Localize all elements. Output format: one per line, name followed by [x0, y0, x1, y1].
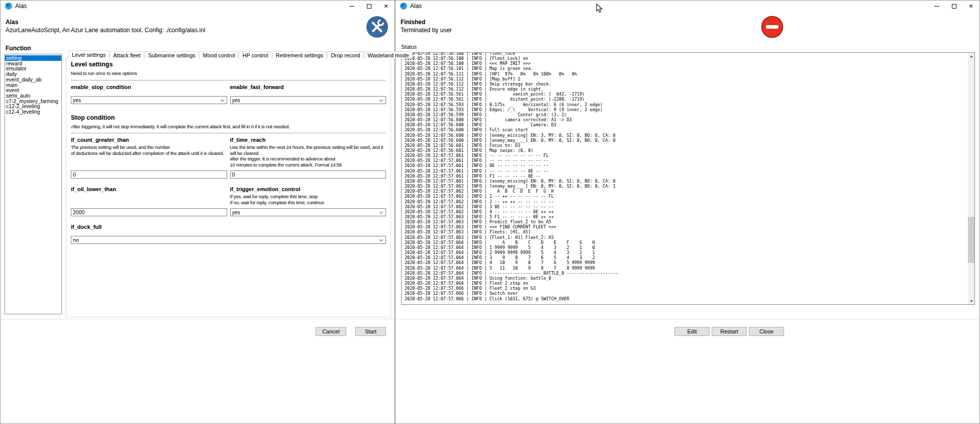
- footer-separator: [396, 319, 979, 319]
- maximize-button[interactable]: [360, 1, 377, 12]
- maximize-button[interactable]: [945, 1, 962, 12]
- log-scrollbar[interactable]: [968, 53, 974, 304]
- field-label: if_time_reach: [230, 137, 386, 143]
- field-if_dock_full: if_dock_fullno: [71, 224, 386, 244]
- scroll-down-icon: [970, 300, 973, 302]
- status-log[interactable]: 2020-05-28 12:07:56.100 | INFO | fleet_l…: [401, 52, 975, 305]
- field-description: If yes, wait for reply, complete this ti…: [230, 194, 386, 205]
- alas-log-window: Alas ✕ Finished Terminated by user Statu…: [395, 0, 980, 424]
- titlebar[interactable]: Alas ✕: [1, 1, 395, 12]
- section-subtitle: After triggering, it will not stop immed…: [71, 124, 386, 130]
- tab-mood-control[interactable]: Mood control: [200, 51, 239, 58]
- tab-retirement-settings[interactable]: Retirement settings: [272, 51, 327, 58]
- function-list[interactable]: settingrewardemulatordailyevent_daily_ab…: [5, 54, 62, 314]
- field-label: if_dock_full: [71, 224, 386, 230]
- window-title: Alas: [410, 3, 422, 10]
- run-status-subtitle: Terminated by user: [401, 27, 452, 34]
- field-if_oil_lower_than: if_oil_lower_than2000: [71, 186, 227, 216]
- sidebar-item-event_daily_ab[interactable]: event_daily_ab: [5, 77, 61, 82]
- start-button[interactable]: Start: [355, 327, 386, 336]
- scroll-up-icon: [970, 55, 973, 57]
- section-divider: [71, 133, 386, 133]
- titlebar[interactable]: Alas ✕: [396, 1, 979, 12]
- tools-icon: [366, 16, 388, 38]
- if_dock_full-dropdown[interactable]: no: [71, 236, 386, 244]
- field-label: if_trigger_emotion_control: [230, 186, 386, 192]
- minimize-icon: [349, 6, 354, 7]
- page-subtitle: AzurLaneAutoScript, An Azur Lane automat…: [6, 27, 206, 34]
- close-log-button[interactable]: Close: [749, 327, 784, 336]
- field-if_trigger_emotion_control: if_trigger_emotion_controlIf yes, wait f…: [230, 186, 386, 216]
- scrollbar-thumb[interactable]: [968, 217, 974, 263]
- field-if_count_greater_than: if_count_greater_thanThe previous settin…: [71, 137, 227, 179]
- field-label: enable_fast_forward: [230, 84, 386, 90]
- close-button[interactable]: ✕: [962, 1, 979, 12]
- minimize-button[interactable]: [343, 1, 360, 12]
- mouse-cursor: [596, 4, 603, 13]
- alas-config-window: Alas ✕ Alas AzurLaneAutoScript, An Azur …: [0, 0, 395, 424]
- restart-button[interactable]: Restart: [712, 327, 747, 336]
- chevron-down-icon: [379, 238, 383, 241]
- field-description: Use the time within the next 24 hours, t…: [230, 144, 386, 167]
- field-label: enable_stop_condition: [71, 84, 227, 90]
- section-title: Level settings: [71, 58, 386, 68]
- minimize-icon: [934, 6, 939, 7]
- cancel-button[interactable]: Cancel: [316, 327, 346, 336]
- scroll-down-button[interactable]: [968, 298, 974, 304]
- footer-separator: [1, 319, 394, 319]
- field-label: if_oil_lower_than: [71, 186, 227, 192]
- if_count_greater_than-input[interactable]: 0: [71, 171, 227, 179]
- caption-buttons: ✕: [928, 1, 979, 12]
- alas-app-icon: [400, 2, 408, 10]
- tab-attack-fleet[interactable]: Attack fleet: [110, 51, 144, 58]
- chevron-down-icon: [379, 98, 383, 101]
- log-text: 2020-05-28 12:07:56.100 | INFO | fleet_l…: [405, 52, 974, 301]
- field-enable_stop_condition: enable_stop_conditionyes: [71, 84, 227, 104]
- page-title: Alas: [6, 19, 18, 26]
- close-button[interactable]: ✕: [377, 1, 395, 12]
- if_oil_lower_than-input[interactable]: 2000: [71, 208, 227, 216]
- field-label: if_count_greater_than: [71, 137, 227, 143]
- tab-drop-record[interactable]: Drop record: [327, 51, 363, 58]
- function-label: Function: [6, 45, 31, 52]
- sidebar-item-c12-4_leveling[interactable]: c12-4_leveling: [5, 109, 61, 115]
- chevron-down-icon: [220, 98, 224, 101]
- tab-level-settings[interactable]: Level settings: [68, 50, 109, 59]
- field-enable_fast_forward: enable_fast_forwardyes: [230, 84, 386, 104]
- tab-wasteland-mode[interactable]: Wasteland mode: [364, 51, 412, 58]
- alas-app-icon: [5, 2, 13, 10]
- scroll-up-button[interactable]: [968, 53, 974, 59]
- section-subtitle: Need to run once to save options: [71, 70, 386, 76]
- caption-buttons: ✕: [343, 1, 395, 12]
- enable_stop_condition-dropdown[interactable]: yes: [71, 96, 227, 104]
- tab-hp-control[interactable]: HP control: [239, 51, 271, 58]
- maximize-icon: [367, 4, 371, 9]
- status-label: Status: [401, 44, 417, 50]
- minimize-button[interactable]: [928, 1, 945, 12]
- if_time_reach-input[interactable]: 0: [230, 171, 386, 179]
- chevron-down-icon: [379, 210, 383, 214]
- section-title: Stop condition: [71, 112, 386, 121]
- run-status-title: Finished: [401, 19, 425, 26]
- window-title: Alas: [15, 3, 27, 10]
- stop-icon: [761, 16, 783, 38]
- field-if_time_reach: if_time_reachUse the time within the nex…: [230, 137, 386, 179]
- if_trigger_emotion_control-dropdown[interactable]: yes: [230, 208, 386, 216]
- tab-page-level-settings: Level settingsNeed to run once to save o…: [66, 58, 391, 317]
- enable_fast_forward-dropdown[interactable]: yes: [230, 96, 386, 104]
- section-divider: [71, 80, 386, 80]
- desktop: Alas ✕ Alas AzurLaneAutoScript, An Azur …: [0, 0, 980, 424]
- tab-bar: Level settingsAttack fleetSubmarine sett…: [68, 51, 413, 58]
- maximize-icon: [952, 4, 956, 9]
- edit-button[interactable]: Edit: [674, 327, 710, 336]
- tab-submarine-settings[interactable]: Submarine settings: [145, 51, 199, 58]
- field-description: The previous setting will be used, and t…: [71, 144, 227, 156]
